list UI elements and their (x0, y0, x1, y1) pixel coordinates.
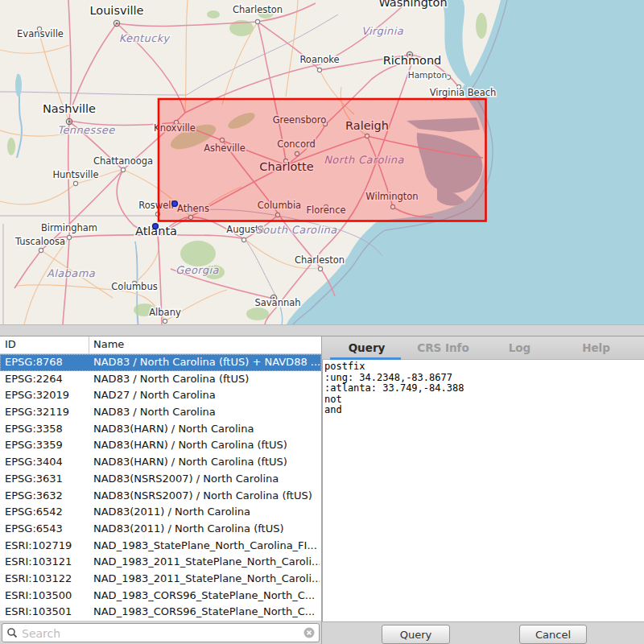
tab-crs-info[interactable]: CRS Info (405, 336, 481, 360)
crs-table-row[interactable]: EPSG:32019NAD27 / North Carolina (0, 387, 321, 404)
crs-table-row[interactable]: EPSG:6542NAD83(2011) / North Carolina (0, 504, 321, 521)
city-label: Nashville (43, 102, 96, 115)
crs-name-cell: NAD83(2011) / North Carolina (ftUS) (93, 521, 320, 538)
crs-table-row[interactable]: EPSG:2264NAD83 / North Carolina (ftUS) (0, 371, 321, 388)
crs-name-cell: NAD_1983_CORS96_StatePlane_North_C... (93, 588, 320, 605)
crs-id-cell: EPSG:3631 (5, 471, 63, 488)
crs-name-cell: NAD27 / North Carolina (93, 387, 320, 404)
city-label: Columbus (111, 281, 157, 292)
crs-name-cell: NAD83 / North Carolina (ftUS) + NAVD88 .… (93, 354, 320, 371)
crs-table-row[interactable]: ESRI:102719NAD_1983_StatePlane_North_Car… (0, 538, 321, 555)
city-marker (255, 19, 259, 23)
crs-table-row[interactable]: EPSG:32119NAD83 / North Carolina (0, 404, 321, 421)
state-label: Alabama (47, 267, 96, 279)
search-input[interactable] (20, 625, 297, 642)
crs-name-cell: NAD_1983_2011_StatePlane_North_Caroli... (93, 571, 320, 588)
city-label: Huntsville (52, 169, 98, 180)
crs-table-row[interactable]: EPSG:3632NAD83(NSRS2007) / North Carolin… (0, 488, 321, 505)
state-label: Kentucky (119, 32, 171, 44)
state-label: Virginia (361, 25, 404, 37)
crs-table-row[interactable]: EPSG:3404NAD83(HARN) / North Carolina (f… (0, 454, 321, 471)
column-divider[interactable] (89, 336, 89, 353)
crs-id-cell: EPSG:3359 (5, 437, 63, 454)
crs-id-cell: ESRI:103500 (5, 588, 72, 605)
city-label: Louisville (89, 4, 143, 17)
crs-name-cell: NAD_1983_StatePlane_North_Carolina_FI... (93, 538, 320, 555)
crs-table-row[interactable]: ESRI:103500NAD_1983_CORS96_StatePlane_No… (0, 588, 321, 605)
notebook-panel: QueryCRS InfoLogHelp postfix :ung: 34.23… (322, 336, 644, 644)
crs-table-row[interactable]: EPSG:8768NAD83 / North Carolina (ftUS) +… (0, 354, 321, 371)
search-bar (0, 621, 321, 644)
query-editor[interactable]: postfix :ung: 34.2348,-83.8677 :atlanta:… (322, 360, 644, 622)
column-header-id[interactable]: ID (5, 338, 16, 350)
button-bar: Query Cancel (322, 621, 644, 644)
city-marker-dot (68, 121, 71, 123)
crs-table-row[interactable]: ESRI:103121NAD_1983_2011_StatePlane_Nort… (0, 554, 321, 571)
query-button[interactable]: Query (382, 625, 450, 644)
crs-id-cell: ESRI:103121 (5, 554, 72, 571)
crs-id-cell: EPSG:3358 (5, 421, 63, 438)
bottom-panels: ID Name EPSG:8768NAD83 / North Carolina … (0, 336, 644, 644)
crs-id-cell: EPSG:3632 (5, 488, 63, 505)
map-svg[interactable]: LouisvilleEvansvilleCharlestonWashington… (0, 0, 644, 324)
crs-table-row[interactable]: ESRI:103501NAD_1983_CORS96_StatePlane_No… (0, 604, 321, 621)
city-marker (318, 266, 322, 270)
column-header-name[interactable]: Name (93, 338, 124, 350)
crs-id-cell: ESRI:102719 (5, 538, 72, 555)
crs-table-row[interactable]: EPSG:3358NAD83(HARN) / North Carolina (0, 421, 321, 438)
crs-id-cell: EPSG:8768 (5, 354, 63, 371)
tab-bar: QueryCRS InfoLogHelp (322, 336, 644, 360)
crs-table-body: EPSG:8768NAD83 / North Carolina (ftUS) +… (0, 354, 321, 621)
city-label: Albany (149, 307, 181, 318)
tab-help[interactable]: Help (558, 336, 634, 360)
city-label: Tuscaloosa (14, 236, 65, 247)
city-label: Charleston (295, 254, 345, 266)
city-marker (242, 237, 246, 242)
city-marker (73, 181, 77, 185)
cancel-button[interactable]: Cancel (519, 625, 587, 644)
tab-query[interactable]: Query (328, 336, 405, 360)
city-label: Chattanooga (93, 155, 153, 167)
city-label: Evansville (17, 28, 64, 39)
city-label: Richmond (383, 54, 442, 67)
city-marker-dot (116, 23, 118, 25)
city-label: Washington (378, 0, 447, 9)
crs-table-row[interactable]: ESRI:103122NAD_1983_2011_StatePlane_Nort… (0, 571, 321, 588)
crs-id-cell: ESRI:103122 (5, 571, 72, 588)
clear-search-icon[interactable] (303, 627, 315, 638)
crs-table-row[interactable]: EPSG:3631NAD83(NSRS2007) / North Carolin… (0, 471, 321, 488)
crs-name-cell: NAD83(NSRS2007) / North Carolina (93, 471, 320, 488)
crs-name-cell: NAD83(NSRS2007) / North Carolina (ftUS) (93, 488, 320, 505)
app-window: LouisvilleEvansvilleCharlestonWashington… (0, 0, 644, 644)
city-marker (121, 167, 125, 171)
search-icon (6, 627, 18, 638)
map-canvas[interactable]: LouisvilleEvansvilleCharlestonWashington… (0, 0, 644, 325)
city-label: Roanoke (299, 54, 339, 65)
city-label: Hampton (408, 70, 447, 80)
query-point[interactable] (153, 224, 159, 229)
city-marker (67, 235, 71, 239)
crs-name-cell: NAD83 / North Carolina (ftUS) (93, 371, 320, 388)
crs-name-cell: NAD83(HARN) / North Carolina (ftUS) (93, 437, 320, 454)
crs-id-cell: EPSG:3404 (5, 454, 63, 471)
crs-name-cell: NAD83(2011) / North Carolina (93, 504, 320, 521)
query-bbox-overlay[interactable] (159, 99, 486, 221)
crs-table-header[interactable]: ID Name (0, 336, 321, 354)
state-label: Tennessee (57, 124, 115, 136)
city-marker (39, 248, 43, 252)
city-marker (317, 68, 321, 72)
tab-log[interactable]: Log (481, 336, 558, 360)
crs-id-cell: ESRI:103501 (5, 604, 72, 621)
state-label: South Carolina (256, 224, 338, 236)
search-box[interactable] (2, 623, 320, 642)
crs-name-cell: NAD_1983_CORS96_StatePlane_North_C... (93, 604, 320, 621)
city-marker (163, 319, 167, 323)
query-point[interactable] (172, 201, 178, 207)
city-label: Savannah (254, 297, 300, 308)
crs-id-cell: EPSG:32019 (5, 387, 69, 404)
city-label: Charleston (233, 4, 283, 15)
crs-table-row[interactable]: EPSG:6543NAD83(2011) / North Carolina (f… (0, 521, 321, 538)
state-label: Georgia (175, 264, 219, 276)
crs-table-row[interactable]: EPSG:3359NAD83(HARN) / North Carolina (f… (0, 437, 321, 454)
kentucky-lake (15, 74, 22, 97)
